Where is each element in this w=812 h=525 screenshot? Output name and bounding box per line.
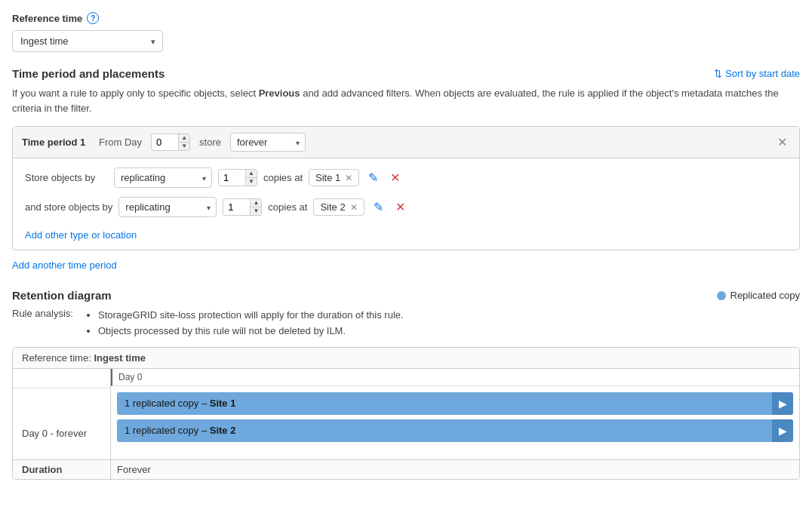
store-duration-select[interactable]: forever 1 day 30 days 1 year	[230, 133, 306, 152]
period-label-cell: Day 0 - forever	[13, 388, 110, 479]
bar-site-2: Site 2	[210, 425, 236, 436]
bar-site-1: Site 1	[210, 398, 236, 409]
legend-dot	[717, 291, 726, 300]
bar-arrow-1: ▶	[772, 392, 793, 415]
copies-label-1: copies at	[263, 172, 303, 183]
footer-right: Forever	[111, 460, 799, 479]
method-select-1[interactable]: replicating erasure coding	[114, 167, 212, 188]
rule-bullet-1: StorageGRID site-loss protection will ap…	[98, 308, 404, 324]
diagram-ref-row: Reference time: Ingest time	[13, 348, 799, 369]
diagram-right: Day 0 1 replicated copy – Site 1 ▶	[111, 369, 799, 459]
retention-title: Retention diagram	[12, 289, 112, 302]
legend-item: Replicated copy	[717, 290, 801, 301]
bar-row-2: 1 replicated copy – Site 2 ▶	[117, 419, 793, 442]
edit-site-btn-1[interactable]: ✎	[365, 170, 381, 185]
diagram-ref-value: Ingest time	[94, 352, 146, 364]
rule-analysis-bullets: StorageGRID site-loss protection will ap…	[86, 308, 404, 339]
time-period-header: Time period 1 From Day ▲ ▼ store forever…	[13, 127, 799, 158]
store-row-2-label: and store objects by	[25, 201, 112, 213]
from-day-input-wrapper: ▲ ▼	[151, 134, 190, 151]
add-location-link[interactable]: Add other type or location	[25, 229, 137, 241]
time-period-body: Store objects by replicating erasure cod…	[13, 158, 799, 250]
site-name-2: Site 2	[320, 201, 345, 213]
time-period-section-header: Time period and placements ⇅ Sort by sta…	[12, 67, 800, 80]
copies-label-2: copies at	[268, 201, 307, 213]
left-day0-label	[13, 369, 110, 388]
replica-bar-1: 1 replicated copy – Site 1	[117, 392, 772, 415]
diagram-body: Day 0 - forever Day 0 1 replicated copy …	[13, 369, 799, 459]
replica-bar-2: 1 replicated copy – Site 2	[117, 419, 772, 442]
diagram-box: Reference time: Ingest time Day 0 - fore…	[12, 347, 800, 480]
period-label: Day 0 - forever	[22, 428, 87, 439]
method-select-wrapper-2: replicating erasure coding ▾	[118, 197, 217, 217]
store-row-2: and store objects by replicating erasure…	[25, 197, 787, 217]
rule-analysis: Rule analysis: StorageGRID site-loss pro…	[12, 308, 800, 339]
from-day-label: From Day	[99, 137, 142, 148]
bar-text-2: 1 replicated copy – Site 2	[125, 425, 235, 436]
site-remove-btn-2[interactable]: ✕	[350, 203, 358, 212]
site-remove-btn-1[interactable]: ✕	[345, 173, 352, 183]
copies-spinners-1: ▲ ▼	[245, 170, 257, 186]
site-name-1: Site 1	[315, 172, 340, 183]
diagram-ref-label: Reference time:	[22, 352, 91, 364]
reference-time-select[interactable]: Ingest time Last access time Noncurrent …	[12, 30, 163, 52]
store-row-1-label: Store objects by	[25, 172, 108, 183]
store-select-wrapper: forever 1 day 30 days 1 year ▾	[230, 133, 306, 152]
row-remove-btn-1[interactable]: ✕	[387, 170, 403, 185]
store-label: store	[199, 137, 221, 148]
from-day-down-btn[interactable]: ▼	[178, 143, 189, 150]
bar-arrow-2: ▶	[772, 419, 793, 442]
copies-up-btn-1[interactable]: ▲	[245, 170, 257, 178]
add-time-period-link[interactable]: Add another time period	[12, 259, 117, 271]
diagram-left-axis: Day 0 - forever	[13, 369, 111, 459]
time-period-title: Time period and placements	[12, 67, 165, 80]
copies-input-wrapper-2: ▲ ▼	[223, 198, 262, 216]
copies-spinners-2: ▲ ▼	[250, 199, 261, 215]
sort-label: Sort by start date	[725, 68, 800, 79]
reference-time-label: Reference time ?	[12, 12, 800, 24]
bar-text-1: 1 replicated copy – Site 1	[125, 398, 235, 409]
store-row-1: Store objects by replicating erasure cod…	[25, 167, 787, 188]
copies-up-btn-2[interactable]: ▲	[250, 199, 261, 207]
time-period-card: Time period 1 From Day ▲ ▼ store forever…	[12, 126, 800, 250]
method-select-wrapper-1: replicating erasure coding ▾	[114, 167, 212, 188]
description-text: If you want a rule to apply only to spec…	[12, 86, 800, 115]
bars-area: 1 replicated copy – Site 1 ▶ 1 replicate…	[111, 386, 799, 448]
row-remove-btn-2[interactable]: ✕	[392, 200, 408, 214]
from-day-spinners: ▲ ▼	[178, 134, 189, 150]
legend-label: Replicated copy	[730, 290, 801, 301]
site-pill-2: Site 2 ✕	[313, 198, 364, 216]
bar-row-1: 1 replicated copy – Site 1 ▶	[117, 392, 793, 415]
diagram-footer: Duration Forever	[13, 459, 799, 479]
desc-pre: If you want a rule to apply only to spec…	[12, 88, 259, 99]
help-icon[interactable]: ?	[87, 12, 99, 24]
desc-bold: Previous	[259, 88, 300, 99]
sort-icon: ⇅	[714, 68, 722, 79]
close-period-button[interactable]: ✕	[774, 135, 790, 149]
day0-header: Day 0	[111, 369, 799, 386]
retention-section: Retention diagram Replicated copy Rule a…	[12, 289, 800, 480]
method-select-2[interactable]: replicating erasure coding	[118, 197, 217, 217]
bar-prefix-2: 1 replicated copy –	[125, 425, 210, 436]
from-day-up-btn[interactable]: ▲	[178, 134, 189, 143]
rule-analysis-label: Rule analysis:	[12, 308, 80, 319]
edit-site-btn-2[interactable]: ✎	[371, 200, 386, 214]
time-period-label: Time period 1	[22, 137, 90, 148]
rule-bullet-2: Objects processed by this rule will not …	[98, 324, 404, 339]
reference-time-section: Reference time ? Ingest time Last access…	[12, 12, 800, 52]
site-pill-1: Site 1 ✕	[309, 169, 359, 186]
day0-text: Day 0	[118, 372, 142, 382]
sort-by-start-date-link[interactable]: ⇅ Sort by start date	[714, 68, 800, 79]
copies-input-wrapper-1: ▲ ▼	[218, 169, 257, 186]
bar-prefix-1: 1 replicated copy –	[125, 398, 210, 409]
copies-down-btn-1[interactable]: ▼	[245, 178, 257, 186]
reference-time-text: Reference time	[12, 13, 82, 24]
ingest-time-select-wrapper: Ingest time Last access time Noncurrent …	[12, 30, 163, 52]
retention-header: Retention diagram Replicated copy	[12, 289, 800, 302]
copies-down-btn-2[interactable]: ▼	[250, 207, 261, 215]
